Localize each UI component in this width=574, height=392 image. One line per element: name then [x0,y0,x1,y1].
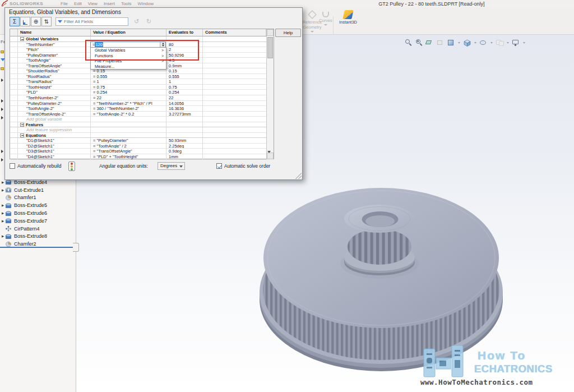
traffic-light-icon[interactable] [68,162,75,171]
boss-extrude-icon [5,233,12,239]
tree-item[interactable]: ▶ Boss-Extrude5 [0,201,76,209]
collapse-icon[interactable] [20,37,24,41]
chevron-down-icon [324,24,327,26]
value-spinner[interactable] [160,42,165,47]
menu-item[interactable]: Window [138,1,154,6]
tree-item[interactable]: CirPattern4 [0,225,76,233]
scrollbar-thumb[interactable] [267,37,273,58]
menu-item[interactable]: Edit [74,1,82,6]
column-value[interactable]: Value / Equation [91,29,166,36]
dialog-button[interactable]: Help [275,29,301,37]
zoom-to-area-icon[interactable] [415,39,423,47]
column-name[interactable]: Name [18,29,91,36]
expand-arrow-icon[interactable]: ▶ [0,219,5,223]
table-row[interactable]: "TransOffsetAngle-2" = "ToothAngle-2" * … [10,112,267,117]
filter-field[interactable] [55,17,128,26]
ribbon-curves-button[interactable]: Curves [317,9,334,33]
angular-units-select[interactable]: Degrees [158,162,185,170]
table-row[interactable]: "RootRadius" = 0.555 0.555 [10,74,267,80]
expand-arrow-icon[interactable]: ▶ [0,211,5,215]
expand-arrow-icon [1,158,3,162]
expand-arrow-icon[interactable]: ▶ [0,181,5,184]
ordered-view-button[interactable]: ⊕ [31,17,41,26]
equation-view-button[interactable]: Σ [10,17,20,26]
chevron-down-icon[interactable] [523,42,525,44]
table-row[interactable]: "TeethNumber-2" = 22 22 [10,95,267,101]
chevron-down-icon[interactable] [490,42,493,44]
context-menu-item[interactable]: File Properties > [91,58,166,64]
auto-solve-checkbox[interactable] [216,163,222,169]
menu-bar: FileEditViewInsertToolsWindow [61,1,154,6]
angular-units-label: Angular equation units: [99,163,148,169]
scroll-down-button[interactable] [267,153,274,159]
vertical-scrollbar[interactable] [266,29,274,159]
scroll-up-button[interactable] [267,29,274,36]
tree-item[interactable]: ▶ Boss-Extrude7 [0,217,76,225]
table-row[interactable]: "ToothHeight" = 0.75 0.75 [10,85,267,90]
table-row[interactable]: "PulleyDiameter-2" = "TeethNumber-2" * "… [10,101,267,107]
tree-item[interactable]: ▶ Boss-Extrude6 [0,209,76,217]
collapse-icon[interactable] [20,133,24,137]
chevron-down-icon[interactable] [507,42,509,44]
zoom-to-fit-icon[interactable] [405,39,412,47]
table-row[interactable]: "D4@Sketch1" = "PLD" + "ToothHeight" 1mm [10,154,267,160]
menu-item[interactable]: View [88,1,98,6]
table-row[interactable]: "ToothAngle-2" = 360 / "TeethNumber-2" 1… [10,106,267,112]
view-settings-icon[interactable] [512,39,520,47]
table-row[interactable]: Features [10,122,267,128]
column-comments[interactable]: Comments [203,29,266,36]
tree-item[interactable]: ▶ Boss-Extrude8 [0,233,76,241]
tree-item-label: Boss-Extrude5 [14,202,47,208]
expand-arrow-icon[interactable]: ▶ [0,188,5,192]
solidworks-logo [1,0,8,7]
undo-icon[interactable]: ↺ [134,18,139,25]
expand-arrow-icon [1,99,3,103]
ribbon-instant3d-button[interactable]: Instant3D [335,9,361,33]
table-row[interactable]: "PLD" = 0.254 0.254 [10,90,267,95]
appearance-icon[interactable] [447,39,455,47]
chevron-down-icon[interactable] [474,42,476,44]
expand-arrow-icon [1,116,3,119]
previous-view-icon[interactable] [437,39,444,47]
tree-item[interactable]: ▶ Cut-Extrude1 [0,186,76,194]
table-row[interactable]: Equations [10,133,267,139]
table-row[interactable]: "D3@Sketch1" = "TransOffsetAngle" 0.9deg [10,149,267,154]
menu-item[interactable]: File [61,1,68,6]
filter-input[interactable] [64,19,126,24]
context-menu-item[interactable]: Functions > [91,53,166,58]
redo-icon[interactable]: ↻ [146,18,151,25]
table-row[interactable]: "D2@Sketch1" = "ToothAngle" / 2 2.25deg [10,144,267,149]
sorted-view-button[interactable]: ⇅ [41,17,52,26]
curves-icon [322,12,329,17]
tree-item-label: Boss-Extrude4 [14,179,47,185]
context-menu-item[interactable]: Measure... [91,64,166,70]
table-row[interactable]: Add global variable [10,117,267,122]
chevron-down-icon[interactable] [458,42,460,44]
dimension-view-button[interactable] [20,17,30,26]
rollback-handle[interactable] [73,243,79,252]
menu-item[interactable]: Tools [121,1,132,6]
table-row[interactable]: Add feature suppression [10,127,267,133]
app-titlebar: SOLIDWORKS FileEditViewInsertToolsWindow… [0,0,574,7]
auto-rebuild-checkbox[interactable] [10,163,15,169]
column-evaluates[interactable]: Evaluates to [166,29,203,36]
tree-item[interactable]: Chamfer1 [0,194,76,202]
rollback-bar[interactable] [0,247,76,248]
table-row[interactable]: "D1@Sketch1" = "PulleyDiameter" 50.93mm [10,138,267,144]
tree-item-label: CirPattern4 [14,226,40,232]
context-menu-item[interactable]: Global Variables > [91,48,166,53]
view-orientation-icon[interactable] [464,39,471,47]
document-title: GT2 Pulley - 22 - 80 teeth.SLDPRT [Read-… [353,1,510,7]
menu-item[interactable]: Insert [104,1,115,6]
reference-geometry-icon [308,10,317,19]
instant3d-icon [342,10,353,19]
collapse-icon[interactable] [20,123,24,127]
hide-show-items-icon[interactable] [496,39,503,47]
expand-arrow-icon[interactable]: ▶ [0,204,5,207]
table-row[interactable]: "TransRadius" = 1 1 [10,79,267,85]
section-view-icon[interactable] [426,39,433,47]
watermark-url: www.HowToMechatronics.com [420,378,566,386]
expand-arrow-icon[interactable]: ▶ [0,234,5,238]
display-style-icon[interactable] [480,39,487,47]
folder-icon [1,50,4,53]
